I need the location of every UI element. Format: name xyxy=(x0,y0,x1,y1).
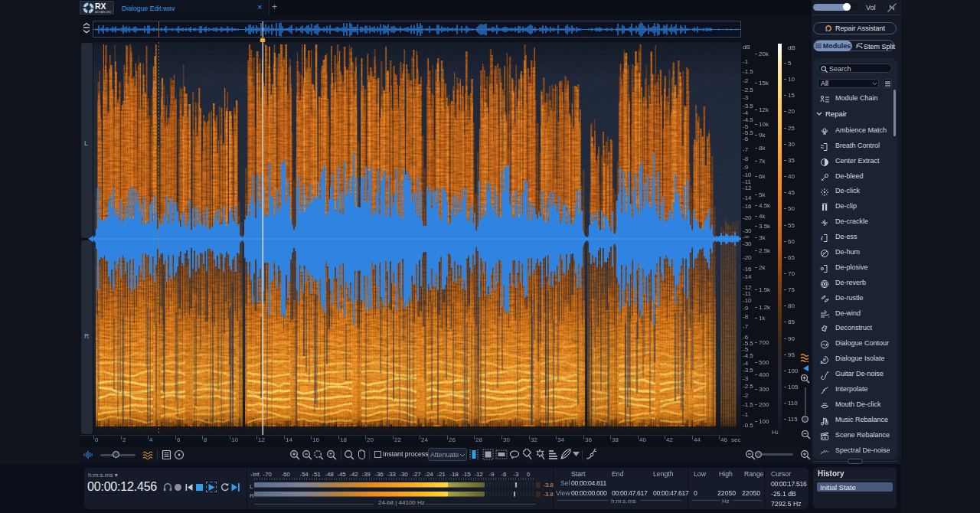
svg-text:ADVANCED: ADVANCED xyxy=(95,11,112,14)
svg-text:L: L xyxy=(250,483,253,490)
svg-text:RX: RX xyxy=(95,2,106,11)
svg-text:s: s xyxy=(821,237,823,241)
svg-text:R: R xyxy=(250,492,254,498)
